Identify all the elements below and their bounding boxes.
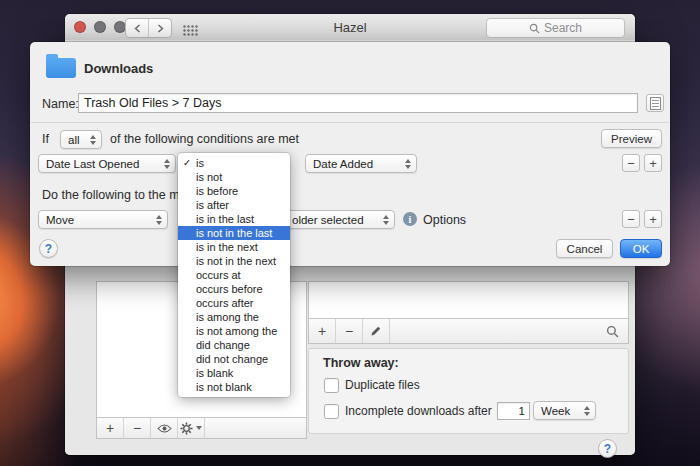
menu-item[interactable]: is before (178, 184, 290, 198)
menu-item[interactable]: is among the (178, 310, 290, 324)
search-field[interactable]: Search (486, 18, 625, 38)
menu-item-label: is not in the last (196, 227, 272, 239)
rule-editor-sheet: Downloads Name: Trash Old Files > 7 Days… (30, 42, 670, 266)
folder-actions-button[interactable] (178, 418, 205, 438)
popup-arrows-icon (578, 406, 590, 416)
folders-toolbar: + − (97, 417, 306, 438)
remove-folder-button[interactable]: − (124, 418, 151, 438)
after-unit-popup[interactable]: Week (533, 401, 596, 420)
chevron-down-icon (196, 426, 202, 430)
rules-list[interactable]: + − (308, 281, 629, 344)
menu-item-label: is in the last (196, 213, 254, 225)
menu-item[interactable]: is not in the next (178, 254, 290, 268)
add-action-button[interactable]: + (644, 210, 662, 228)
sheet-help-button[interactable]: ? (39, 239, 58, 258)
popup-arrows-icon (150, 215, 162, 225)
preview-button[interactable]: Preview (601, 129, 662, 148)
menu-item-label: is before (196, 185, 238, 197)
menu-item-label: is not in the next (196, 255, 276, 267)
menu-item[interactable]: is after (178, 198, 290, 212)
after-unit-value: Week (541, 405, 570, 417)
edit-rule-button[interactable] (363, 319, 390, 343)
gear-icon (180, 422, 193, 435)
cancel-button[interactable]: Cancel (556, 239, 613, 258)
rules-toolbar: + − (309, 318, 628, 343)
rule-name-field[interactable]: Trash Old Files > 7 Days (78, 93, 638, 113)
if-label: If (42, 132, 49, 146)
attribute-popup[interactable]: Date Last Opened (38, 154, 176, 173)
ok-button[interactable]: OK (620, 239, 662, 258)
popup-arrows-icon (158, 159, 170, 169)
target-folder-value: older selected (292, 214, 364, 226)
menu-item[interactable]: did change (178, 338, 290, 352)
rule-name-value: Trash Old Files > 7 Days (84, 96, 221, 110)
menu-item-label: is not blank (196, 381, 252, 393)
menu-item[interactable]: is not (178, 170, 290, 184)
remove-condition-button[interactable]: − (622, 154, 640, 172)
menu-item[interactable]: is not among the (178, 324, 290, 338)
menu-item-label: is blank (196, 367, 233, 379)
throw-away-section: Throw away: Duplicate files Incomplete d… (308, 348, 629, 434)
menu-item[interactable]: is not in the last (178, 226, 290, 240)
rules-search-button[interactable] (606, 319, 628, 343)
date-added-popup[interactable]: Date Added (305, 154, 417, 173)
sheet-folder-title: Downloads (84, 61, 153, 76)
throw-away-title: Throw away: (323, 356, 399, 370)
search-placeholder: Search (544, 21, 582, 35)
duplicate-files-checkbox[interactable] (324, 378, 339, 393)
name-label: Name: (42, 97, 79, 111)
titlebar[interactable]: Hazel Search (65, 14, 635, 41)
menu-item[interactable]: ✓is (178, 156, 290, 170)
info-icon[interactable]: i (403, 212, 417, 226)
remove-action-button[interactable]: − (622, 210, 640, 228)
action-intro-text: Do the following to the matc (42, 188, 196, 202)
checkmark-icon: ✓ (183, 156, 191, 170)
duplicate-files-label: Duplicate files (345, 378, 420, 392)
remove-rule-button[interactable]: − (336, 319, 363, 343)
menu-item[interactable]: occurs at (178, 268, 290, 282)
action-popup[interactable]: Move (38, 210, 168, 229)
menu-item[interactable]: is not blank (178, 380, 290, 394)
match-mode-popup[interactable]: all (60, 130, 102, 149)
menu-item-label: occurs at (196, 269, 241, 281)
popup-arrows-icon (377, 215, 389, 225)
comparison-menu: ✓isis notis beforeis afteris in the last… (178, 153, 290, 397)
popup-arrows-icon (84, 135, 96, 145)
menu-item-label: is among the (196, 311, 259, 323)
pencil-icon (370, 325, 382, 337)
after-count-field[interactable]: 1 (497, 402, 530, 420)
search-icon (529, 23, 540, 34)
desktop: Hazel Search + − (0, 0, 700, 466)
menu-item-label: occurs before (196, 283, 263, 295)
attribute-value: Date Last Opened (46, 158, 139, 170)
add-folder-button[interactable]: + (97, 418, 124, 438)
options-label: Options (423, 213, 466, 227)
add-condition-button[interactable]: + (644, 154, 662, 172)
menu-item-label: is after (196, 199, 229, 211)
menu-item-label: did not change (196, 353, 268, 365)
popup-arrows-icon (399, 159, 411, 169)
match-mode-value: all (68, 134, 80, 146)
menu-item[interactable]: occurs before (178, 282, 290, 296)
add-rule-button[interactable]: + (309, 319, 336, 343)
menu-item[interactable]: is in the next (178, 240, 290, 254)
menu-item[interactable]: is blank (178, 366, 290, 380)
menu-item-label: is in the next (196, 241, 258, 253)
menu-item-label: is not (196, 171, 222, 183)
divider (31, 122, 669, 123)
menu-item-label: is (196, 157, 204, 169)
action-value: Move (46, 214, 74, 226)
folder-icon (46, 58, 76, 78)
menu-item[interactable]: is in the last (178, 212, 290, 226)
preview-eye-button[interactable] (151, 418, 178, 438)
date-added-value: Date Added (313, 158, 373, 170)
menu-item[interactable]: did not change (178, 352, 290, 366)
menu-item[interactable]: occurs after (178, 296, 290, 310)
help-button[interactable]: ? (598, 439, 617, 458)
document-icon (650, 97, 661, 110)
incomplete-downloads-checkbox[interactable] (324, 404, 339, 419)
menu-item-label: occurs after (196, 297, 253, 309)
eye-icon (157, 424, 172, 433)
conditions-text: of the following conditions are met (110, 132, 299, 146)
rule-note-button[interactable] (646, 94, 664, 112)
